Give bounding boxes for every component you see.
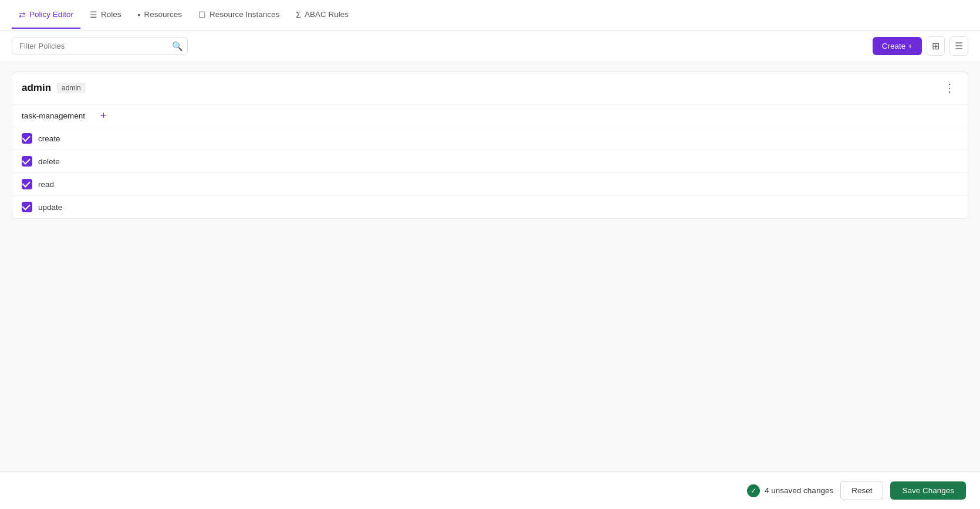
save-changes-button[interactable]: Save Changes (890, 481, 966, 500)
resources-icon: ▪ (138, 10, 141, 19)
action-row-read: read (12, 173, 968, 196)
save-changes-label: Save Changes (902, 486, 954, 495)
unsaved-info: ✓ 4 unsaved changes (747, 484, 833, 497)
nav-resources-label: Resources (144, 10, 183, 19)
nav-resource-instances[interactable]: ☐ Resource Instances (191, 2, 286, 29)
nav-policy-editor[interactable]: ⇄ Policy Editor (12, 2, 80, 29)
view-list-button[interactable]: ☰ (949, 36, 968, 56)
policy-card: admin admin ⋮ task-management + create d… (12, 72, 968, 219)
checkbox-delete[interactable] (22, 156, 32, 167)
filter-input-wrap: 🔍 (12, 37, 188, 55)
nav-roles[interactable]: ☰ Roles (83, 2, 129, 29)
search-button[interactable]: 🔍 (172, 41, 183, 52)
add-resource-button[interactable]: + (98, 110, 109, 121)
abac-rules-icon: Σ (296, 10, 301, 19)
action-label-read: read (38, 180, 54, 189)
nav-resource-instances-label: Resource Instances (209, 10, 279, 19)
resource-name: task-management (22, 111, 92, 120)
action-row-delete: delete (12, 150, 968, 173)
list-icon: ☰ (955, 40, 963, 52)
nav-roles-label: Roles (101, 10, 121, 19)
action-row-update: update (12, 196, 968, 218)
action-label-create: create (38, 134, 60, 143)
action-label-update: update (38, 203, 62, 212)
top-nav: ⇄ Policy Editor ☰ Roles ▪ Resources ☐ Re… (0, 0, 980, 30)
checkbox-read[interactable] (22, 179, 32, 189)
toolbar-right: Create + ⊞ ☰ (873, 36, 968, 56)
toolbar: 🔍 Create + ⊞ ☰ (0, 30, 980, 62)
bottom-bar: ✓ 4 unsaved changes Reset Save Changes (0, 471, 980, 509)
policy-name: admin (22, 82, 51, 94)
resource-row: task-management + (12, 104, 968, 127)
reset-button[interactable]: Reset (840, 481, 883, 500)
checkbox-create[interactable] (22, 133, 32, 144)
unsaved-check-icon: ✓ (747, 484, 760, 497)
policy-title: admin admin (22, 82, 86, 94)
policy-header: admin admin ⋮ (12, 72, 968, 104)
checkbox-update[interactable] (22, 202, 32, 212)
nav-policy-editor-label: Policy Editor (29, 10, 73, 19)
create-button-label: Create + (882, 42, 913, 50)
roles-icon: ☰ (90, 10, 97, 19)
action-label-delete: delete (38, 157, 60, 166)
reset-button-label: Reset (851, 486, 872, 495)
main-content: admin admin ⋮ task-management + create d… (0, 62, 980, 472)
more-options-button[interactable]: ⋮ (941, 80, 958, 96)
view-grid-button[interactable]: ⊞ (927, 36, 945, 56)
policy-badge: admin (57, 83, 86, 93)
nav-abac-rules[interactable]: Σ ABAC Rules (289, 2, 356, 29)
filter-input[interactable] (12, 37, 188, 55)
unsaved-count-label: 4 unsaved changes (765, 486, 833, 495)
nav-resources[interactable]: ▪ Resources (131, 2, 190, 29)
policy-editor-icon: ⇄ (19, 10, 26, 19)
action-row-create: create (12, 127, 968, 150)
create-button[interactable]: Create + (873, 37, 922, 55)
resource-instances-icon: ☐ (198, 10, 206, 19)
grid-icon: ⊞ (932, 40, 940, 52)
nav-abac-rules-label: ABAC Rules (305, 10, 349, 19)
